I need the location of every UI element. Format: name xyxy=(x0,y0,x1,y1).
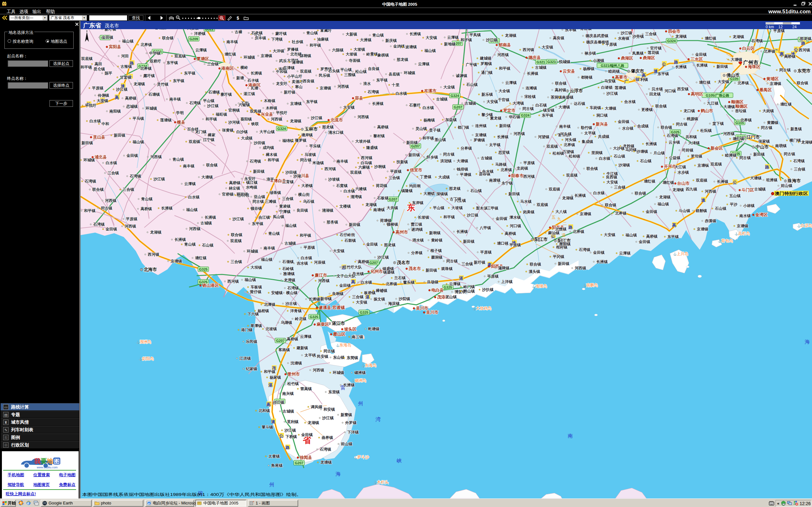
svg-text:鼎湖区: 鼎湖区 xyxy=(642,55,655,60)
svg-text:福山镇: 福山镇 xyxy=(186,208,198,212)
svg-text:路: 路 xyxy=(568,225,573,230)
svg-text:宁潭镇: 宁潭镇 xyxy=(279,210,291,214)
svg-text:顺德区: 顺德区 xyxy=(731,100,744,104)
svg-text:水南镇: 水南镇 xyxy=(618,36,629,41)
svg-text:信宜市: 信宜市 xyxy=(409,168,422,172)
svg-text:安铺镇: 安铺镇 xyxy=(271,291,283,295)
svg-text:镇安镇: 镇安镇 xyxy=(543,108,554,112)
svg-text:长洲镇: 长洲镇 xyxy=(161,206,172,210)
svg-text:昆仑镇: 昆仑镇 xyxy=(94,67,105,71)
svg-text:河头镇: 河头镇 xyxy=(565,137,576,142)
svg-text:云潭镇: 云潭镇 xyxy=(300,334,311,339)
svg-text:平原镇: 平原镇 xyxy=(523,161,535,165)
svg-text:赤溪镇: 赤溪镇 xyxy=(705,219,716,223)
svg-text:海陵岛: 海陵岛 xyxy=(536,284,548,288)
svg-text:龙安圩: 龙安圩 xyxy=(275,81,287,86)
svg-text:G321/端州八路: G321/端州八路 xyxy=(601,64,624,67)
svg-text:八甲镇: 八甲镇 xyxy=(479,226,491,230)
svg-text:遂溪县-官渡镇: 遂溪县-官渡镇 xyxy=(318,305,345,310)
svg-text:平悦圩: 平悦圩 xyxy=(275,111,287,115)
svg-text:沙江镇: 沙江镇 xyxy=(207,104,218,108)
svg-text:云安县: 云安县 xyxy=(563,69,575,73)
svg-text:共和镇: 共和镇 xyxy=(686,135,697,139)
svg-text:环城镇: 环城镇 xyxy=(333,371,344,375)
svg-text:金田镇: 金田镇 xyxy=(366,242,378,246)
svg-text:角尾镇: 角尾镇 xyxy=(271,463,283,468)
svg-text:硇洲镇: 硇洲镇 xyxy=(354,371,366,375)
svg-text:G105/广珠公路: G105/广珠公路 xyxy=(706,94,729,97)
svg-text:瓦塘: 瓦塘 xyxy=(250,86,258,90)
svg-text:0 km: 0 km xyxy=(766,25,774,29)
svg-text:司前镇: 司前镇 xyxy=(681,148,693,153)
svg-text:大安镇: 大安镇 xyxy=(487,100,498,104)
svg-text:和平镇: 和平镇 xyxy=(299,233,311,238)
svg-text:京塘镇: 京塘镇 xyxy=(475,133,487,137)
svg-text:龙湖镇: 龙湖镇 xyxy=(290,119,301,123)
svg-text:那龙镇: 那龙镇 xyxy=(449,186,461,191)
svg-text:河西镇: 河西镇 xyxy=(105,199,116,203)
svg-text:石塘镇: 石塘镇 xyxy=(148,92,160,97)
svg-text:路: 路 xyxy=(674,60,678,65)
svg-text:石湾镇: 石湾镇 xyxy=(367,90,379,94)
svg-text:云潭镇: 云潭镇 xyxy=(619,251,630,256)
svg-text:悦城镇: 悦城镇 xyxy=(559,60,570,64)
svg-text:⚓: ⚓ xyxy=(351,379,355,383)
svg-text:平悦圩: 平悦圩 xyxy=(85,103,96,108)
svg-text:速: 速 xyxy=(701,198,705,203)
svg-text:武乐: 武乐 xyxy=(279,59,287,63)
svg-text:华石镇: 华石镇 xyxy=(508,115,520,119)
svg-text:大坡镇: 大坡镇 xyxy=(346,52,357,56)
svg-text:合水镇: 合水镇 xyxy=(624,100,636,104)
svg-text:深镇镇: 深镇镇 xyxy=(436,192,448,196)
svg-text:大安镇: 大安镇 xyxy=(718,79,729,84)
svg-text:长洲镇: 长洲镇 xyxy=(696,63,708,67)
svg-text:连州镇: 连州镇 xyxy=(475,124,487,128)
svg-text:学明: 学明 xyxy=(176,111,184,115)
svg-text:云潭镇: 云潭镇 xyxy=(449,282,461,286)
svg-text:大桥镇: 大桥镇 xyxy=(301,183,313,188)
svg-text:南丰镇: 南丰镇 xyxy=(263,246,275,250)
svg-text:长洲镇: 长洲镇 xyxy=(251,71,262,75)
svg-text:三合镇: 三合镇 xyxy=(794,167,805,171)
svg-text:古城镇: 古城镇 xyxy=(284,241,296,245)
svg-text:金田镇: 金田镇 xyxy=(593,250,605,255)
svg-text:湛: 湛 xyxy=(459,276,463,281)
svg-text:马安镇: 马安镇 xyxy=(604,79,616,83)
svg-text:马坡镇: 马坡镇 xyxy=(305,153,316,157)
svg-text:东简镇: 东简镇 xyxy=(346,355,358,360)
svg-text:G207: G207 xyxy=(276,339,285,343)
svg-text:文楼镇: 文楼镇 xyxy=(339,204,351,209)
svg-text:南三镇: 南三镇 xyxy=(351,335,363,339)
svg-text:德庆县武垄镇: 德庆县武垄镇 xyxy=(585,34,608,38)
svg-text:桃源镇: 桃源镇 xyxy=(687,117,698,121)
svg-text:旺竹圩大队: 旺竹圩大队 xyxy=(343,265,362,269)
svg-text:睦洲镇: 睦洲镇 xyxy=(725,153,737,158)
svg-text:雅韶镇: 雅韶镇 xyxy=(559,242,571,246)
svg-text:北和镇: 北和镇 xyxy=(258,408,270,413)
svg-text:沙河镇: 沙河镇 xyxy=(228,120,240,124)
svg-text:石山镇: 石山镇 xyxy=(715,206,726,211)
svg-text:平原镇: 平原镇 xyxy=(303,245,315,250)
svg-text:⚓: ⚓ xyxy=(139,357,142,361)
svg-text:联合镇: 联合镇 xyxy=(231,233,242,237)
svg-text:平山镇: 平山镇 xyxy=(433,206,444,210)
svg-text:莲塘镇: 莲塘镇 xyxy=(160,118,171,122)
svg-text:港门镇: 港门镇 xyxy=(241,328,252,332)
svg-text:福旺镇: 福旺镇 xyxy=(215,112,227,117)
svg-text:镇盛镇: 镇盛镇 xyxy=(383,270,395,274)
svg-text:新田镇: 新田镇 xyxy=(508,192,520,196)
svg-text:州: 州 xyxy=(358,401,363,406)
svg-text:南塘镇: 南塘镇 xyxy=(373,208,385,212)
svg-text:台山市: 台山市 xyxy=(677,181,690,186)
svg-text:黄凌镇: 黄凌镇 xyxy=(279,204,291,209)
svg-text:六麻镇: 六麻镇 xyxy=(358,165,370,170)
svg-text:大洋镇: 大洋镇 xyxy=(273,49,284,53)
svg-text:京塘镇: 京塘镇 xyxy=(260,54,272,58)
svg-text:新田镇: 新田镇 xyxy=(253,169,264,174)
svg-text:北界镇: 北界镇 xyxy=(140,66,152,71)
svg-text:小平山圩: 小平山圩 xyxy=(287,74,302,78)
svg-text:长洲镇: 长洲镇 xyxy=(717,179,728,184)
svg-text:G321: G321 xyxy=(548,60,556,64)
svg-text:湾: 湾 xyxy=(375,417,380,422)
svg-text:贵子镇: 贵子镇 xyxy=(429,128,441,132)
